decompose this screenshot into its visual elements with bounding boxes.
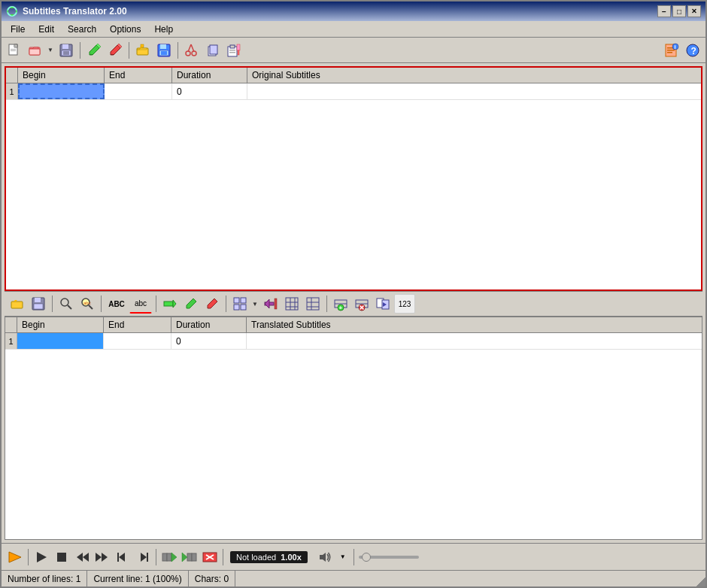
save-button[interactable] bbox=[56, 41, 76, 60]
play-button[interactable] bbox=[32, 548, 50, 566]
svg-rect-40 bbox=[11, 302, 23, 308]
translated-table-row: 1 0 bbox=[5, 333, 702, 350]
main-content: Begin End Duration Original Subtitles 1 … bbox=[2, 63, 705, 543]
speed-label: 1.00x bbox=[281, 553, 302, 562]
chars-label: Chars: 0 bbox=[195, 574, 229, 584]
edit-trans-button[interactable] bbox=[202, 294, 222, 314]
svg-text:abc: abc bbox=[83, 301, 91, 305]
num-lines-label: Number of lines: 1 bbox=[8, 574, 80, 584]
svg-rect-9 bbox=[62, 44, 68, 49]
mid-toolbar: abc ABC abc bbox=[5, 291, 702, 317]
volume-dropdown[interactable]: ▼ bbox=[337, 548, 349, 566]
translate-button[interactable] bbox=[160, 294, 180, 314]
svg-rect-5 bbox=[11, 50, 16, 51]
svg-line-22 bbox=[188, 44, 191, 52]
export-button[interactable] bbox=[201, 548, 219, 566]
numbering-button[interactable]: 123 bbox=[394, 294, 415, 314]
auto-correct-button[interactable]: abc bbox=[129, 294, 152, 314]
original-text-cell[interactable] bbox=[247, 83, 701, 99]
svg-rect-52 bbox=[241, 298, 246, 303]
svg-point-44 bbox=[61, 299, 68, 306]
prev-frame-button[interactable] bbox=[114, 548, 132, 566]
svg-rect-94 bbox=[187, 553, 192, 561]
save-blue-button[interactable] bbox=[154, 41, 174, 60]
add-row-button[interactable]: + bbox=[331, 294, 350, 314]
svg-marker-93 bbox=[182, 553, 187, 562]
progress-slider[interactable] bbox=[359, 556, 419, 559]
svg-rect-42 bbox=[35, 298, 41, 302]
search-replace-button[interactable]: abc bbox=[77, 294, 97, 314]
help-button[interactable]: ? bbox=[683, 41, 702, 60]
translated-subtitle-panel: Begin End Duration Translated Subtitles … bbox=[5, 317, 702, 540]
svg-rect-91 bbox=[167, 553, 171, 561]
grid2-button[interactable] bbox=[282, 294, 302, 314]
fast-forward-button[interactable] bbox=[93, 548, 111, 566]
original-table-body: 1 0 bbox=[6, 83, 701, 289]
import-button[interactable] bbox=[261, 294, 281, 314]
svg-rect-31 bbox=[238, 50, 239, 55]
transfer-button[interactable] bbox=[373, 294, 393, 314]
duration-cell-bottom[interactable]: 0 bbox=[171, 333, 247, 349]
svg-rect-30 bbox=[237, 44, 240, 50]
begin-cell-top[interactable] bbox=[18, 83, 105, 99]
player-bar: Not loaded 1.00x ▼ bbox=[2, 543, 705, 570]
next-frame-button[interactable] bbox=[134, 548, 152, 566]
edit-pencil-button[interactable] bbox=[84, 41, 104, 60]
new-file-button[interactable] bbox=[5, 41, 24, 60]
delete-row-button[interactable] bbox=[352, 294, 372, 314]
close-button[interactable]: ✕ bbox=[687, 5, 701, 17]
extra-panel bbox=[235, 571, 705, 586]
open-button[interactable] bbox=[26, 41, 45, 60]
media-status: Not loaded 1.00x bbox=[230, 551, 308, 563]
menu-file[interactable]: File bbox=[5, 23, 31, 36]
mid-open-button[interactable] bbox=[8, 294, 27, 314]
translated-text-cell[interactable] bbox=[247, 333, 702, 349]
info-button[interactable]: i bbox=[662, 41, 681, 60]
spell-check-button[interactable]: ABC bbox=[105, 294, 128, 314]
header-end: End bbox=[105, 68, 172, 83]
duration-cell-top[interactable]: 0 bbox=[172, 83, 247, 99]
begin-cell-bottom[interactable] bbox=[17, 333, 104, 349]
edit-orig-button[interactable] bbox=[181, 294, 201, 314]
cut-button[interactable] bbox=[182, 41, 202, 60]
grid-dropdown-arrow[interactable]: ▼ bbox=[250, 294, 259, 314]
svg-rect-29 bbox=[229, 52, 235, 53]
svg-line-45 bbox=[68, 305, 71, 309]
grid3-button[interactable] bbox=[303, 294, 323, 314]
volume-button[interactable] bbox=[316, 548, 334, 566]
open-dropdown-arrow[interactable]: ▼ bbox=[46, 41, 55, 60]
search-button[interactable] bbox=[56, 294, 76, 314]
menu-search[interactable]: Search bbox=[62, 23, 102, 36]
paste-button[interactable] bbox=[224, 41, 244, 60]
minimize-button[interactable]: − bbox=[657, 5, 671, 17]
svg-text:i: i bbox=[675, 44, 676, 50]
maximize-button[interactable]: □ bbox=[672, 5, 686, 17]
end-cell-bottom[interactable] bbox=[104, 333, 171, 349]
edit-pencil-red-button[interactable] bbox=[105, 41, 125, 60]
rewind-button[interactable] bbox=[73, 548, 91, 566]
menu-bar: File Edit Search Options Help bbox=[2, 21, 705, 38]
grid-view-button[interactable] bbox=[230, 294, 250, 314]
menu-edit[interactable]: Edit bbox=[32, 23, 60, 36]
svg-text:+: + bbox=[339, 305, 343, 311]
end-cell-top[interactable] bbox=[105, 83, 172, 99]
copy-button[interactable] bbox=[203, 41, 223, 60]
mark-out-button[interactable] bbox=[181, 548, 199, 566]
svg-marker-88 bbox=[141, 553, 147, 562]
open-folder-button[interactable] bbox=[133, 41, 153, 60]
title-controls: − □ ✕ bbox=[657, 5, 701, 17]
num-lines-panel: Number of lines: 1 bbox=[2, 571, 87, 586]
open-dropdown: ▼ bbox=[26, 41, 55, 60]
row-num-1: 1 bbox=[6, 83, 18, 99]
player-open-button[interactable] bbox=[6, 548, 24, 566]
mark-in-button[interactable] bbox=[160, 548, 178, 566]
mid-save-button[interactable] bbox=[29, 294, 48, 314]
menu-options[interactable]: Options bbox=[104, 23, 147, 36]
svg-rect-63 bbox=[307, 298, 319, 310]
svg-rect-58 bbox=[286, 298, 298, 310]
stop-button[interactable] bbox=[53, 548, 71, 566]
menu-help[interactable]: Help bbox=[148, 23, 179, 36]
resize-handle[interactable] bbox=[696, 577, 705, 586]
svg-rect-35 bbox=[667, 52, 672, 53]
svg-rect-11 bbox=[63, 51, 69, 55]
